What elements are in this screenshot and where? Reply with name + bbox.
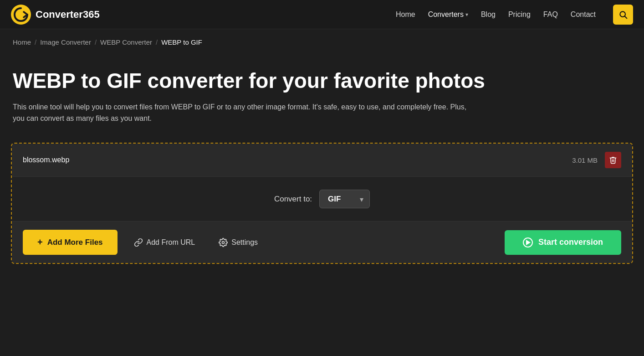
svg-line-2	[625, 16, 627, 18]
add-more-files-button[interactable]: + Add More Files	[23, 230, 118, 255]
add-from-url-button[interactable]: Add From URL	[127, 233, 203, 252]
gear-icon	[219, 238, 228, 247]
logo-text: Converter365	[36, 9, 100, 21]
play-triangle	[526, 240, 531, 245]
file-row: blossom.webp 3.01 MB	[12, 144, 632, 177]
svg-point-3	[222, 241, 225, 243]
nav-contact[interactable]: Contact	[571, 10, 596, 19]
convert-to-section: Convert to: GIF PNG JPG WEBP BMP TIFF	[12, 177, 632, 221]
converter-box: blossom.webp 3.01 MB Convert to: GIF PNG…	[11, 143, 633, 264]
logo[interactable]: Converter365	[11, 5, 396, 25]
breadcrumb-sep-3: /	[156, 38, 158, 46]
start-label: Start conversion	[538, 237, 603, 247]
convert-to-label: Convert to:	[274, 195, 312, 204]
plus-icon: +	[37, 237, 43, 248]
breadcrumb-current: WEBP to GIF	[161, 38, 202, 46]
format-select-wrapper: GIF PNG JPG WEBP BMP TIFF	[319, 190, 370, 208]
file-name: blossom.webp	[23, 156, 572, 164]
nav-converters[interactable]: Converters ▾	[428, 10, 468, 19]
search-button[interactable]	[613, 5, 633, 25]
breadcrumb-sep-2: /	[95, 38, 97, 46]
nav-pricing[interactable]: Pricing	[508, 10, 531, 19]
delete-file-button[interactable]	[605, 152, 621, 168]
trash-icon	[609, 156, 617, 164]
link-icon	[134, 238, 143, 247]
breadcrumb-home[interactable]: Home	[13, 38, 31, 46]
breadcrumb-image-converter[interactable]: Image Converter	[40, 38, 91, 46]
breadcrumb-webp-converter[interactable]: WEBP Converter	[100, 38, 152, 46]
hero-section: WEBP to GIF converter for your favorite …	[0, 55, 644, 143]
page-title: WEBP to GIF converter for your favorite …	[13, 69, 631, 93]
converters-dropdown-arrow: ▾	[465, 11, 468, 18]
nav-links: Home Converters ▾ Blog Pricing FAQ Conta…	[396, 5, 633, 25]
nav-blog[interactable]: Blog	[481, 10, 496, 19]
breadcrumb-sep-1: /	[35, 38, 36, 46]
start-conversion-button[interactable]: Start conversion	[505, 230, 621, 255]
navbar: Converter365 Home Converters ▾ Blog Pric…	[0, 0, 644, 29]
format-select[interactable]: GIF PNG JPG WEBP BMP TIFF	[319, 190, 370, 208]
add-more-label: Add More Files	[47, 238, 103, 247]
logo-icon	[11, 5, 31, 25]
hero-description: This online tool will help you to conver…	[13, 101, 468, 124]
settings-button[interactable]: Settings	[211, 233, 265, 252]
file-size: 3.01 MB	[572, 156, 598, 164]
action-bar: + Add More Files Add From URL Settings S…	[12, 221, 632, 263]
nav-home[interactable]: Home	[396, 10, 415, 19]
add-url-label: Add From URL	[147, 238, 195, 247]
play-icon	[523, 237, 533, 248]
nav-faq[interactable]: FAQ	[543, 10, 558, 19]
search-icon	[618, 10, 628, 19]
settings-label: Settings	[231, 238, 258, 247]
breadcrumb: Home / Image Converter / WEBP Converter …	[0, 29, 644, 55]
